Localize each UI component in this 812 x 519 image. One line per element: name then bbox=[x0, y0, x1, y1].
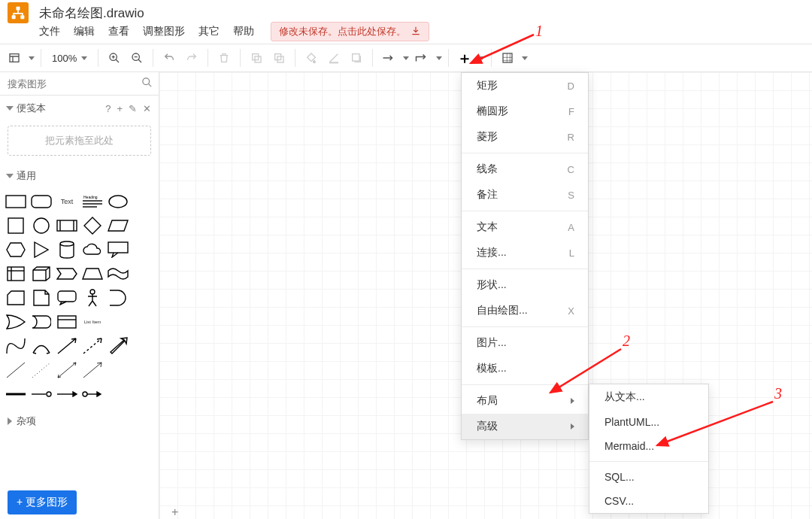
delete-icon[interactable] bbox=[214, 48, 234, 68]
shape-link3[interactable] bbox=[56, 384, 78, 404]
shape-blank2[interactable] bbox=[132, 216, 155, 235]
shape-blank7[interactable] bbox=[132, 312, 155, 332]
shape-internal[interactable] bbox=[5, 264, 27, 284]
view-dropdown[interactable] bbox=[5, 48, 24, 68]
insert-menu-item[interactable]: 线条C bbox=[462, 156, 588, 182]
shape-blank10[interactable] bbox=[132, 360, 155, 380]
shape-blank4[interactable] bbox=[132, 264, 155, 284]
shape-tape[interactable] bbox=[107, 264, 129, 284]
shape-blank11[interactable] bbox=[107, 384, 129, 404]
shape-blank3[interactable] bbox=[132, 240, 155, 260]
shape-blank8[interactable] bbox=[132, 336, 155, 356]
insert-dropdown[interactable]: ＋ bbox=[455, 48, 474, 68]
insert-menu-item[interactable]: 矩形D bbox=[462, 73, 588, 99]
shape-note[interactable] bbox=[30, 288, 53, 308]
shape-process[interactable] bbox=[56, 216, 78, 235]
menu-arrange[interactable]: 调整图形 bbox=[143, 25, 185, 38]
app-logo[interactable] bbox=[8, 2, 29, 23]
search-icon[interactable] bbox=[141, 77, 153, 90]
general-header[interactable]: 通用 bbox=[0, 163, 159, 189]
shape-bidir-curve[interactable] bbox=[30, 336, 53, 356]
shape-line[interactable] bbox=[5, 360, 27, 380]
insert-menu-item[interactable]: 模板... bbox=[462, 356, 588, 381]
shape-line2[interactable] bbox=[81, 360, 104, 380]
line-color-icon[interactable] bbox=[324, 48, 344, 68]
to-front-icon[interactable] bbox=[247, 48, 266, 68]
shape-blank9[interactable] bbox=[107, 360, 129, 380]
document-title[interactable]: 未命名绘图.drawio bbox=[39, 5, 144, 22]
shape-and[interactable] bbox=[107, 288, 129, 308]
insert-menu-item[interactable]: 自由绘图...X bbox=[462, 298, 588, 323]
shadow-icon[interactable] bbox=[347, 48, 366, 68]
shape-container[interactable] bbox=[56, 312, 78, 332]
insert-menu-item[interactable]: 连接...L bbox=[462, 240, 588, 266]
plus-icon[interactable]: + bbox=[117, 103, 123, 114]
shape-arrow[interactable] bbox=[56, 336, 78, 356]
pencil-icon[interactable]: ✎ bbox=[129, 103, 137, 114]
insert-menu-item[interactable]: 备注S bbox=[462, 182, 588, 208]
shape-blank12[interactable] bbox=[132, 384, 155, 404]
help-icon[interactable]: ? bbox=[105, 103, 111, 114]
table-icon[interactable] bbox=[498, 48, 517, 68]
insert-menu-item[interactable]: 图片... bbox=[462, 330, 588, 356]
advanced-menu-item[interactable]: PlantUML... bbox=[589, 410, 708, 434]
advanced-menu-item[interactable]: CSV... bbox=[589, 489, 708, 513]
shape-curve[interactable] bbox=[5, 336, 27, 356]
shape-link2[interactable] bbox=[30, 384, 53, 404]
more-shapes-button[interactable]: + 更多图形 bbox=[8, 490, 77, 514]
shape-text[interactable]: Text bbox=[56, 192, 78, 211]
shape-callout[interactable] bbox=[107, 240, 129, 260]
misc-header[interactable]: 杂项 bbox=[0, 408, 159, 434]
save-warning[interactable]: 修改未保存。点击此处保存。 bbox=[271, 22, 429, 41]
shape-square[interactable] bbox=[5, 216, 27, 235]
shape-or[interactable] bbox=[5, 312, 27, 332]
shape-blank5[interactable] bbox=[132, 288, 155, 308]
menu-help[interactable]: 帮助 bbox=[233, 25, 254, 38]
advanced-menu-item[interactable]: Mermaid... bbox=[589, 434, 708, 458]
zoom-dropdown[interactable]: 100% bbox=[47, 53, 92, 64]
advanced-menu-item[interactable]: 从文本... bbox=[589, 384, 708, 410]
menu-view[interactable]: 查看 bbox=[108, 25, 129, 38]
advanced-menu-item[interactable]: SQL... bbox=[589, 465, 708, 489]
shape-dotted[interactable] bbox=[30, 360, 53, 380]
shape-ellipse[interactable] bbox=[107, 192, 129, 211]
close-icon[interactable]: ✕ bbox=[143, 103, 151, 114]
zoom-out-icon[interactable] bbox=[127, 48, 147, 68]
shape-step[interactable] bbox=[56, 264, 78, 284]
add-page-icon[interactable]: + bbox=[165, 505, 184, 519]
shape-callout2[interactable] bbox=[56, 288, 78, 308]
page-tabs[interactable]: + bbox=[165, 501, 184, 519]
shape-blank6[interactable] bbox=[107, 312, 129, 332]
shape-triangle[interactable] bbox=[30, 240, 53, 260]
shape-dashed-arrow[interactable] bbox=[81, 336, 104, 356]
shape-list[interactable]: List Item bbox=[81, 312, 104, 332]
menu-file[interactable]: 文件 bbox=[39, 25, 60, 38]
waypoint-icon[interactable] bbox=[412, 48, 432, 68]
shape-textbox[interactable]: Heading bbox=[81, 192, 104, 211]
redo-icon[interactable] bbox=[182, 48, 201, 68]
shape-thick-arrow[interactable] bbox=[107, 336, 129, 356]
shape-cube[interactable] bbox=[30, 264, 53, 284]
insert-menu-item[interactable]: 菱形R bbox=[462, 124, 588, 150]
shape-link4[interactable] bbox=[81, 384, 104, 404]
shape-actor[interactable] bbox=[81, 288, 104, 308]
shape-parallelogram[interactable] bbox=[107, 216, 129, 235]
shape-hexagon[interactable] bbox=[5, 240, 27, 260]
insert-menu-item[interactable]: 文本A bbox=[462, 214, 588, 240]
shape-trapezoid[interactable] bbox=[81, 264, 104, 284]
menu-extras[interactable]: 其它 bbox=[198, 25, 220, 38]
undo-icon[interactable] bbox=[159, 48, 179, 68]
connection-icon[interactable] bbox=[379, 48, 398, 68]
shape-rounded[interactable] bbox=[30, 192, 53, 211]
insert-menu-item[interactable]: 布局 bbox=[462, 388, 588, 414]
insert-menu-item[interactable]: 形状... bbox=[462, 272, 588, 298]
fill-color-icon[interactable] bbox=[301, 48, 321, 68]
shape-blank[interactable] bbox=[132, 192, 155, 211]
scratchpad-dropzone[interactable]: 把元素拖至此处 bbox=[8, 126, 151, 156]
shape-card[interactable] bbox=[5, 288, 27, 308]
search-input[interactable] bbox=[6, 77, 141, 90]
menu-edit[interactable]: 编辑 bbox=[74, 25, 95, 38]
shape-link[interactable] bbox=[5, 384, 27, 404]
shape-diamond[interactable] bbox=[81, 216, 104, 235]
shape-bidir[interactable] bbox=[56, 360, 78, 380]
